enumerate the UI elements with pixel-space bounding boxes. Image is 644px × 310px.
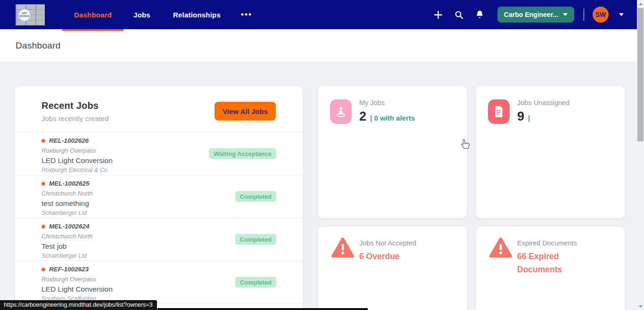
stat-title: Jobs Not Accepted — [359, 239, 458, 247]
user-avatar[interactable]: SW — [593, 7, 609, 23]
stat-overdue-text: 6 Overdue — [359, 250, 430, 263]
stat-value: 2 — [359, 109, 366, 124]
stat-title: Expired Documents — [517, 239, 616, 247]
navbar-actions: Carbo Engineer... SW — [423, 0, 624, 29]
job-site: Roxburgh Overpass — [41, 276, 256, 283]
job-site: Christchurch North — [41, 190, 256, 197]
organisation-name: Carbo Engineer... — [504, 11, 558, 18]
vertical-scrollbar[interactable] — [637, 0, 644, 310]
warning-triangle-icon — [331, 237, 355, 259]
status-badge: Completed — [235, 234, 276, 245]
stat-alerts-text: | 0 with alerts — [370, 114, 415, 122]
plus-icon[interactable] — [433, 9, 444, 20]
job-company: Schamberger Ltd — [41, 253, 256, 259]
dashboard-content: Recent Jobs Jobs recently created View A… — [0, 62, 637, 310]
person-ring-icon — [330, 99, 352, 124]
job-row[interactable]: MEL-1002624 Christchurch North Test job … — [15, 218, 303, 261]
job-code[interactable]: REF-1002623 — [49, 266, 89, 273]
jobs-unassigned-card[interactable]: Jobs Unassigned 9 | — [476, 86, 625, 218]
bell-icon[interactable] — [475, 9, 485, 20]
link-status-tooltip: https://carboengineering.mindthat.dev/jo… — [0, 300, 157, 310]
scrollbar-down-arrow-icon[interactable] — [637, 302, 644, 310]
document-icon — [488, 99, 510, 124]
scrollbar-up-arrow-icon[interactable] — [637, 0, 644, 8]
my-jobs-card[interactable]: My Jobs 2 | 0 with alerts — [318, 86, 467, 218]
job-status-dot-icon — [41, 225, 45, 228]
recent-jobs-card: Recent Jobs Jobs recently created View A… — [15, 86, 303, 310]
nav-tab-relationships[interactable]: Relationships — [160, 0, 233, 29]
job-code[interactable]: MEL-1002625 — [49, 180, 90, 187]
stat-expired-text: 66 Expired Documents — [517, 250, 588, 276]
stat-value: 9 — [517, 109, 524, 124]
job-title: test something — [41, 199, 256, 208]
bottom-strip — [152, 308, 368, 310]
nav-tab-jobs[interactable]: Jobs — [124, 0, 160, 29]
job-company: Schamberger Ltd — [41, 210, 256, 216]
job-site: Christchurch North — [41, 233, 256, 240]
job-code[interactable]: MEL-1002624 — [49, 223, 90, 230]
expired-documents-card[interactable]: Expired Documents 66 Expired Documents — [476, 227, 625, 310]
job-company: Roxburgh Electrical & Co — [41, 167, 256, 173]
nav-more-menu[interactable]: ••• — [233, 0, 260, 29]
job-status-dot-icon — [41, 182, 45, 186]
job-title: LED Light Conversion — [41, 285, 256, 294]
status-badge: Waiting Acceptance — [209, 148, 276, 159]
job-title: Test job — [41, 242, 256, 251]
navbar-divider — [584, 8, 584, 21]
job-status-dot-icon — [41, 268, 45, 271]
main-nav: Dashboard Jobs Relationships ••• — [62, 0, 260, 29]
job-row[interactable]: REF-1002623 Roxburgh Overpass LED Light … — [15, 261, 303, 304]
search-icon[interactable] — [454, 9, 464, 20]
scrollbar-thumb[interactable] — [637, 8, 644, 141]
stat-separator: | — [528, 114, 530, 122]
user-menu-chevron-icon[interactable] — [619, 13, 624, 16]
job-row[interactable]: MEL-1002625 Christchurch North test some… — [15, 175, 303, 218]
page-title: Dashboard — [16, 41, 61, 51]
page-header: Dashboard — [0, 29, 637, 62]
jobs-not-accepted-card[interactable]: Jobs Not Accepted 6 Overdue — [318, 227, 467, 310]
view-all-jobs-button[interactable]: View All Jobs — [215, 102, 276, 121]
stat-title: My Jobs — [359, 99, 458, 106]
warning-triangle-icon — [489, 237, 512, 259]
chevron-down-icon — [563, 13, 568, 16]
job-code[interactable]: REL-1002626 — [49, 137, 89, 144]
recent-jobs-list: REL-1002626 Roxburgh Overpass LED Light … — [15, 132, 303, 304]
stat-title: Jobs Unassigned — [517, 99, 616, 106]
organisation-dropdown[interactable]: Carbo Engineer... — [497, 7, 574, 23]
recent-jobs-header: Recent Jobs Jobs recently created View A… — [15, 86, 303, 132]
company-logo[interactable]: ART DESIGN — [16, 4, 45, 25]
status-badge: Completed — [235, 277, 276, 288]
logo-badge-icon: ART DESIGN — [18, 9, 31, 21]
top-navbar: ART DESIGN Dashboard Jobs Relationships … — [0, 0, 637, 29]
status-badge: Completed — [235, 191, 276, 202]
job-row[interactable]: REL-1002626 Roxburgh Overpass LED Light … — [15, 132, 303, 175]
job-status-dot-icon — [41, 139, 45, 143]
app-window: ART DESIGN Dashboard Jobs Relationships … — [0, 0, 637, 310]
nav-tab-dashboard[interactable]: Dashboard — [62, 0, 124, 29]
